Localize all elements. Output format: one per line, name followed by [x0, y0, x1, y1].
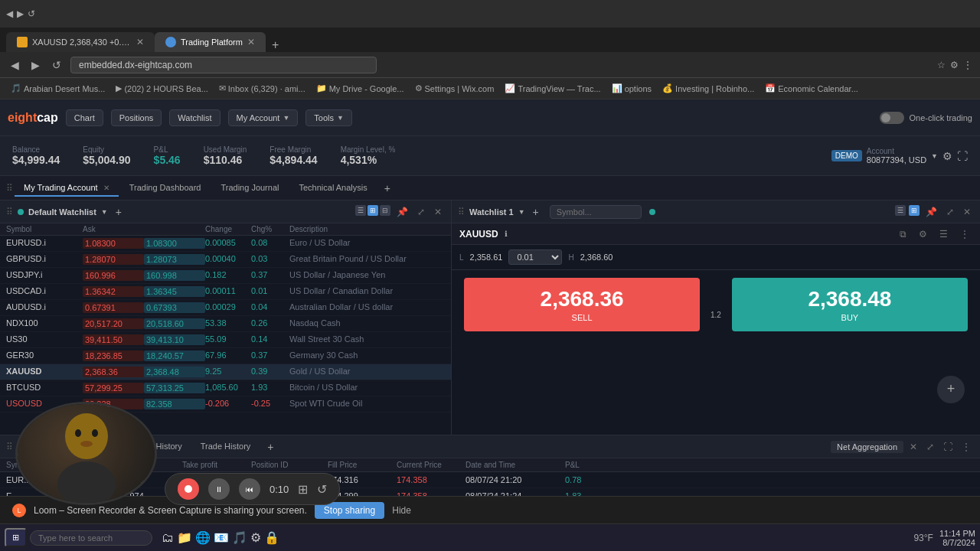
drag-handle-icon: ⠿ — [6, 183, 13, 194]
one-click-toggle[interactable]: One-click trading — [880, 112, 972, 124]
taskbar-search[interactable] — [30, 530, 152, 546]
bookmark-icon[interactable]: ☆ — [937, 60, 946, 70]
lot-selector[interactable]: 0.01 0.1 1.0 — [508, 249, 562, 265]
watchlist-row[interactable]: BTCUSD 57,299.25 57,313.25 1,085.60 1.93… — [0, 380, 451, 396]
one-click-switch[interactable] — [880, 112, 904, 124]
popout2-icon[interactable]: ⤢ — [943, 205, 957, 219]
tab-technical-analysis[interactable]: Technical Analysis — [289, 180, 376, 197]
tab-close-1[interactable]: ✕ — [136, 37, 144, 47]
chart-button[interactable]: Chart — [66, 109, 103, 126]
sell-button[interactable]: 2,368.36 SELL — [464, 278, 700, 331]
pin-icon[interactable]: 📌 — [394, 205, 411, 219]
list-view2-icon[interactable]: ☰ — [895, 205, 906, 216]
pnl-stat: P&L $5.46 — [154, 145, 181, 166]
watchlist-row[interactable]: US30 39,411.50 39,413.10 55.09 0.14 Wall… — [0, 332, 451, 348]
taskbar-icon-3[interactable]: 🌐 — [195, 530, 211, 545]
more-icon[interactable]: ⋮ — [957, 227, 972, 241]
new-tab-btn[interactable]: + — [266, 38, 285, 52]
browser-tab-2[interactable]: Trading Platform ✕ — [155, 32, 266, 52]
symbol-search-input[interactable] — [550, 205, 642, 219]
add-symbol2-btn[interactable]: + — [533, 206, 539, 218]
watchlist-row[interactable]: GBPUSD.i 1.28070 1.28073 0.00040 0.03 Gr… — [0, 252, 451, 268]
address-bar[interactable]: embedded.dx-eightcap.com — [70, 57, 377, 73]
close-panel-btn[interactable]: ✕ — [906, 440, 920, 454]
extensions-icon[interactable]: ⚙ — [950, 60, 959, 70]
bookmark-0[interactable]: 🎵Arabian Desert Mus... — [6, 82, 109, 95]
back-btn[interactable]: ◀ — [8, 57, 22, 73]
bookmarks-bar: 🎵Arabian Desert Mus... ▶(202) 2 HOURS Be… — [0, 78, 980, 99]
grid-view2-icon[interactable]: ⊞ — [909, 205, 920, 216]
watchlist-dropdown-icon[interactable]: ▼ — [101, 208, 108, 216]
bookmark-3[interactable]: 📁My Drive - Google... — [312, 82, 409, 95]
forward-btn[interactable]: ▶ — [28, 57, 43, 73]
rewind-button[interactable]: ⏮ — [239, 478, 260, 500]
tab-close-2[interactable]: ✕ — [247, 37, 255, 47]
tab-trading-journal[interactable]: Trading Journal — [211, 180, 288, 197]
margin-level-value: 4,531% — [341, 154, 377, 166]
bookmark-5[interactable]: 📈TradingView — Trac... — [500, 82, 605, 95]
taskbar-icon-1[interactable]: 🗂 — [162, 531, 174, 545]
table-view-icon[interactable]: ⊟ — [380, 205, 390, 216]
settings2-icon[interactable]: ⚙ — [916, 227, 930, 241]
watchlist2-dropdown-icon[interactable]: ▼ — [518, 208, 525, 216]
expand-icon[interactable]: ⛶ — [957, 150, 968, 162]
settings-icon[interactable]: ⚙ — [942, 150, 952, 162]
taskbar-icon-6[interactable]: ⚙ — [250, 530, 261, 545]
watchlist-row[interactable]: NDX100 20,517.20 20,518.60 53.38 0.26 Na… — [0, 316, 451, 332]
bookmark-6[interactable]: 📊options — [607, 82, 656, 95]
bookmark-7[interactable]: 💰Investing | Robinho... — [658, 82, 759, 95]
add-tab-btn[interactable]: + — [378, 182, 397, 194]
add-symbol-btn[interactable]: + — [116, 206, 122, 218]
record-button[interactable] — [178, 478, 199, 500]
demo-badge: DEMO — [831, 150, 862, 161]
taskbar-icon-7[interactable]: 🔒 — [264, 530, 279, 545]
expand-panel-btn[interactable]: ⛶ — [940, 440, 956, 454]
positions-button[interactable]: Positions — [111, 109, 162, 126]
popout-icon[interactable]: ⤢ — [414, 205, 428, 219]
browser-tab-1[interactable]: XAUUSD 2,368,430 +0.39% Unna... ✕ — [6, 32, 155, 52]
reload-btn[interactable]: ↺ — [49, 57, 64, 73]
tab-my-trading-account[interactable]: My Trading Account ✕ — [15, 180, 119, 197]
copy-icon[interactable]: ⧉ — [897, 227, 910, 241]
bookmark-8[interactable]: 📅Economic Calendar... — [760, 82, 863, 95]
bookmark-2[interactable]: ✉Inbox (6,329) · ami... — [214, 82, 310, 95]
list-view-icon[interactable]: ☰ — [355, 205, 366, 216]
tab-0-close[interactable]: ✕ — [103, 184, 109, 192]
more-panel-btn[interactable]: ⋮ — [959, 440, 974, 454]
pause-button[interactable]: ⏸ — [208, 478, 230, 500]
close-watchlist-icon[interactable]: ✕ — [431, 205, 445, 219]
watchlist-row[interactable]: AUDUSD.i 0.67391 0.67393 0.00029 0.04 Au… — [0, 300, 451, 316]
watchlist-row[interactable]: XAUUSD 2,368.36 2,368.48 9.25 0.39 Gold … — [0, 364, 451, 380]
window-controls[interactable]: ◀ ▶ ↺ — [6, 8, 35, 19]
buy-button[interactable]: 2,368.48 BUY — [732, 278, 968, 331]
tab-trading-dashboard[interactable]: Trading Dashboard — [120, 180, 211, 197]
watchlist-button[interactable]: Watchlist — [169, 109, 220, 126]
hide-button[interactable]: Hide — [392, 505, 411, 516]
refresh-icon-rec[interactable]: ↺ — [317, 482, 327, 497]
watchlist-row[interactable]: GER30 18,236.85 18,240.57 67.96 0.37 Ger… — [0, 348, 451, 364]
taskbar-icon-2[interactable]: 📁 — [177, 530, 192, 545]
info-icon[interactable]: ℹ — [505, 230, 508, 238]
menu-icon[interactable]: ⋮ — [963, 60, 972, 70]
watchlist-row[interactable]: EURUSD.i 1.08300 1.08300 0.00085 0.08 Eu… — [0, 236, 451, 252]
taskbar-right: 93°F 11:14 PM 8/7/2024 — [910, 529, 975, 547]
trade-history-tab[interactable]: Trade History — [193, 439, 259, 455]
bookmark-4[interactable]: ⚙Settings | Wix.com — [410, 82, 499, 95]
close-watchlist2-icon[interactable]: ✕ — [960, 205, 974, 219]
tools-button[interactable]: Tools ▼ — [305, 109, 352, 126]
start-button[interactable]: ⊞ — [5, 528, 27, 547]
add-widget-btn[interactable]: + — [937, 376, 965, 403]
account-dropdown-icon[interactable]: ▼ — [931, 152, 938, 160]
add-tab2-btn[interactable]: + — [261, 441, 279, 453]
my-account-button[interactable]: My Account ▼ — [228, 109, 299, 126]
grid-view-icon[interactable]: ⊞ — [368, 205, 378, 216]
bookmark-1[interactable]: ▶(202) 2 HOURS Bea... — [111, 82, 212, 95]
expand2-icon[interactable]: ☰ — [936, 227, 951, 241]
watchlist-row[interactable]: USDCAD.i 1.36342 1.36345 0.00011 0.01 US… — [0, 284, 451, 300]
pin2-icon[interactable]: 📌 — [923, 205, 940, 219]
taskbar-icon-5[interactable]: 🎵 — [232, 530, 247, 545]
watchlist-row[interactable]: USDJPY.i 160.996 160.998 0.182 0.37 US D… — [0, 268, 451, 284]
grid-icon-rec[interactable]: ⊞ — [298, 482, 308, 497]
taskbar-icon-4[interactable]: 📧 — [214, 530, 229, 545]
popout-panel-btn[interactable]: ⤢ — [923, 440, 937, 454]
